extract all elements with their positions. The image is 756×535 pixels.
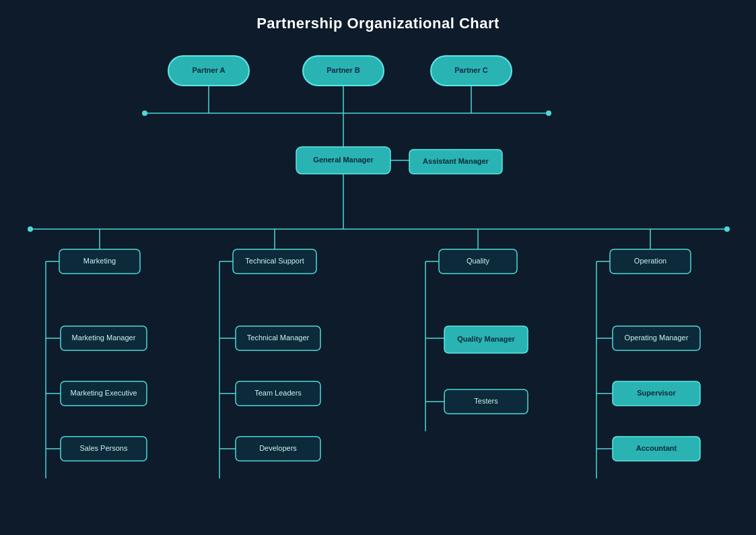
marketing-manager-label: Marketing Manager: [72, 334, 136, 342]
sales-persons-label: Sales Persons: [80, 444, 128, 452]
team-leaders-label: Team Leaders: [254, 389, 302, 397]
svg-point-8: [546, 111, 551, 116]
developers-label: Developers: [259, 444, 297, 452]
partner-b-label: Partner B: [327, 66, 360, 74]
supervisor-label: Supervisor: [637, 389, 676, 397]
general-manager-label: General Manager: [313, 156, 374, 164]
marketing-label: Marketing: [83, 257, 116, 265]
testers-label: Testers: [474, 397, 498, 405]
operating-manager-label: Operating Manager: [625, 334, 689, 342]
technical-support-label: Technical Support: [245, 257, 304, 265]
quality-manager-label: Quality Manager: [457, 335, 515, 343]
quality-label: Quality: [467, 257, 490, 265]
assistant-manager-label: Assistant Manager: [423, 157, 489, 165]
marketing-executive-label: Marketing Executive: [70, 389, 137, 397]
org-chart-svg: Partner A Partner B Partner C General Ma…: [0, 0, 756, 535]
partner-c-label: Partner C: [454, 66, 488, 74]
svg-point-16: [724, 226, 730, 232]
accountant-label: Accountant: [636, 444, 677, 452]
chart-container: Partnership Organizational Chart Partner…: [0, 0, 756, 535]
operation-label: Operation: [634, 257, 666, 265]
partner-a-label: Partner A: [192, 66, 225, 74]
technical-manager-label: Technical Manager: [247, 334, 310, 342]
